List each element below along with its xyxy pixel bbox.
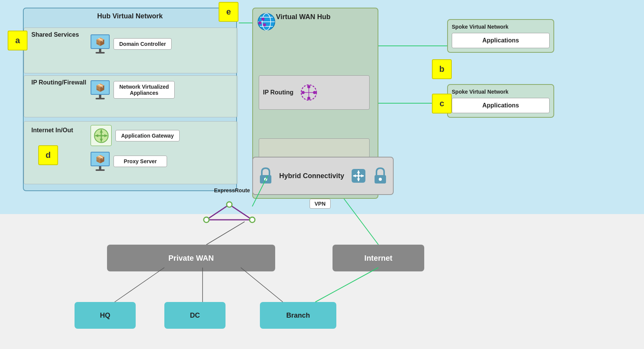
ip-routing-icon: [299, 83, 318, 102]
internet-label: Internet: [364, 254, 392, 263]
badge-c: c: [432, 94, 452, 114]
app-gateway-label: Application Gateway: [115, 130, 180, 141]
hub-vnet-title: Hub Virtual Network: [97, 12, 163, 20]
dc-label: DC: [190, 312, 200, 320]
lock-icon-right: [373, 167, 388, 185]
svg-point-29: [258, 21, 261, 24]
hq-label: HQ: [100, 312, 110, 320]
badge-e: e: [219, 2, 238, 22]
branch-node: Branch: [260, 302, 336, 329]
domain-controller-item: 📦 Domain Controller: [91, 34, 172, 54]
proxy-server-label: Proxy Server: [114, 156, 167, 167]
vpn-label: VPN: [310, 199, 331, 209]
private-wan-label: Private WAN: [169, 254, 214, 263]
shared-services-label: Shared Services: [31, 31, 79, 38]
spoke-vnet-2-title: Spoke Virtual Network: [452, 89, 550, 95]
svg-point-34: [302, 91, 305, 94]
svg-point-41: [264, 178, 267, 181]
cross-arrows-icon: [350, 167, 367, 184]
private-wan-box: Private WAN: [107, 245, 275, 271]
branch-label: Branch: [286, 312, 310, 320]
badge-a: a: [8, 31, 28, 50]
spoke-vnet-1-apps: Applications: [452, 33, 550, 48]
app-gateway-icon: [91, 125, 112, 146]
lock-icon-left: [258, 167, 273, 185]
badge-d: d: [38, 145, 58, 165]
hybrid-connectivity-box: Hybrid Connectivity: [252, 157, 394, 195]
dc-node: DC: [164, 302, 225, 329]
app-gateway-item: Application Gateway: [91, 125, 180, 146]
vwan-ip-routing-box: IP Routing: [259, 75, 370, 110]
hq-node: HQ: [75, 302, 136, 329]
badge-b: b: [432, 59, 452, 79]
expressroute-label: ExpressRoute: [214, 187, 250, 193]
spoke-vnet-1-title: Spoke Virtual Network: [452, 24, 550, 30]
svg-point-50: [379, 178, 382, 181]
svg-point-30: [263, 23, 266, 26]
network-virt-item: 📦 Network VirtualizedAppliances: [91, 80, 175, 99]
internet-inout-label: Internet In/Out: [31, 127, 73, 134]
domain-controller-label: Domain Controller: [114, 38, 172, 50]
proxy-server-item: 📦 Proxy Server: [91, 152, 167, 171]
bottom-section: [0, 214, 644, 349]
svg-point-28: [261, 18, 264, 21]
hybrid-connectivity-title: Hybrid Connectivity: [279, 172, 344, 180]
ip-routing-firewall-label: IP Routing/Firewall: [31, 79, 86, 86]
spoke-vnet-2: Spoke Virtual Network Applications: [447, 84, 554, 118]
internet-box: Internet: [333, 245, 424, 271]
vwan-hub-title: Virtual WAN Hub: [276, 13, 331, 21]
domain-controller-icon: 📦: [91, 34, 110, 54]
spoke-vnet-2-apps: Applications: [452, 98, 550, 113]
network-virt-label: Network VirtualizedAppliances: [114, 81, 175, 99]
globe-icon: [256, 11, 277, 36]
network-virt-icon: 📦: [91, 80, 110, 99]
spoke-vnet-1: Spoke Virtual Network Applications: [447, 19, 554, 53]
svg-point-35: [313, 91, 316, 94]
proxy-server-icon: 📦: [91, 152, 110, 171]
vwan-ip-routing-label: IP Routing: [263, 89, 294, 96]
